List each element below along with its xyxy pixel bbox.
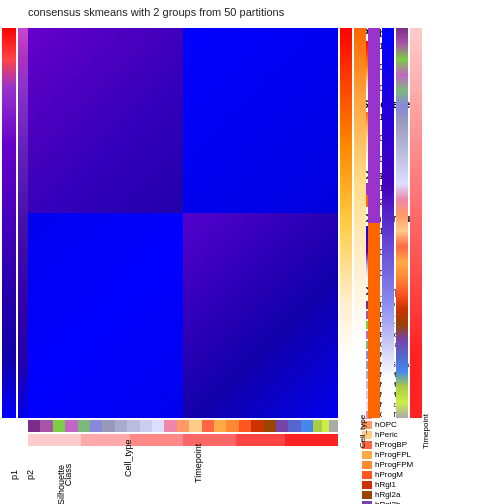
class-strip-label: Class: [63, 464, 73, 487]
legend-label-hRgl2b: hRgl2b: [375, 500, 400, 504]
legend-item-hRgl2a: hRgl2a: [362, 490, 500, 499]
right-timepoint-label: Timepoint: [421, 414, 430, 449]
p1-strip: [2, 28, 16, 418]
bottom-strips: [28, 420, 338, 446]
right-consensus-strip: [382, 28, 394, 418]
heatmap: [28, 28, 338, 418]
right-class-strip: [368, 28, 380, 418]
right-celltype-label: Cell_type: [358, 415, 367, 448]
timepoint-bottom-strip: [28, 434, 338, 446]
right-celltype-strip: [396, 28, 408, 418]
right-timepoint-strip: [410, 28, 422, 418]
cell-type-label: Cell_type: [123, 439, 133, 477]
right-silhouette-strip: [354, 28, 366, 418]
timepoint-label: Timepoint: [193, 444, 203, 483]
main-container: consensus skmeans with 2 groups from 50 …: [0, 0, 504, 504]
cell-type-bottom-strip: [28, 420, 338, 432]
legend-swatch-hRgl2a: [362, 491, 372, 499]
left-labels: p1 p2 Silhouette Class: [2, 450, 64, 500]
legend-swatch-hRgl2b: [362, 501, 372, 505]
chart-title: consensus skmeans with 2 groups from 50 …: [28, 6, 284, 18]
right-strip-bottom-labels: Cell_type Timepoint: [340, 422, 414, 482]
right-strips: [340, 28, 422, 418]
right-prob-strip: [340, 28, 352, 418]
legend-label-hRgl2a: hRgl2a: [375, 490, 400, 499]
legend-item-hRgl2b: hRgl2b: [362, 500, 500, 504]
